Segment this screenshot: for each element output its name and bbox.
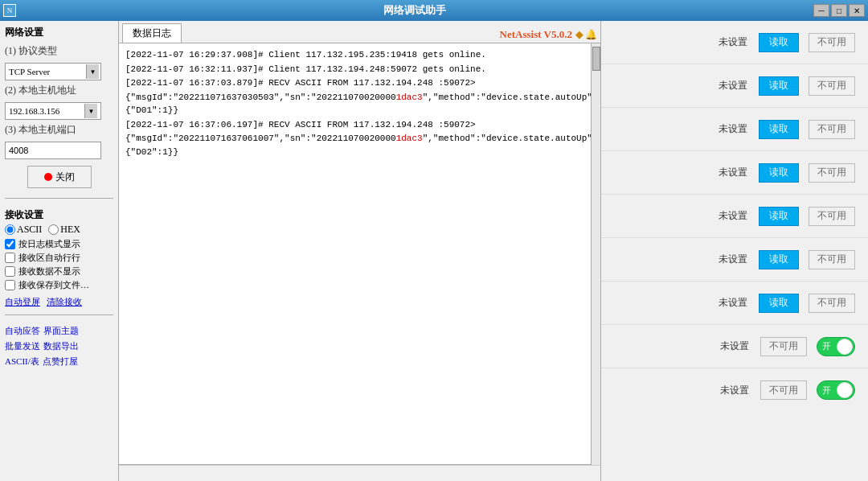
right-row-4: 未设置 读取 不可用: [601, 151, 868, 195]
row9-unavail-button[interactable]: 不可用: [760, 380, 807, 400]
row5-read-button[interactable]: 读取: [759, 207, 799, 226]
row2-unavail-button[interactable]: 不可用: [809, 76, 855, 96]
row4-unset-label: 未设置: [717, 166, 749, 179]
no-display-row: 接收数据不显示: [5, 265, 113, 278]
scrollbar-track[interactable]: [591, 43, 600, 465]
right-row-7: 未设置 读取 不可用: [601, 282, 868, 325]
log-line-9: {"msgId":"202211071637061007","sn":"2022…: [125, 132, 584, 158]
skin-theme-tab[interactable]: 界面主题: [43, 325, 79, 337]
row3-unavail-button[interactable]: 不可用: [809, 120, 855, 139]
right-row-6: 未设置 读取 不可用: [601, 238, 868, 282]
hex-radio[interactable]: [48, 224, 59, 235]
brand-icons: ◆ 🔔: [575, 29, 597, 41]
batch-send-tab[interactable]: 批量发送: [5, 340, 40, 352]
scrollbar-thumb[interactable]: [592, 47, 600, 71]
row6-unavail-button[interactable]: 不可用: [809, 250, 855, 269]
log-line-8: [2022-11-07 16:37:06.197]# RECV ASCII FR…: [125, 118, 584, 132]
row9-toggle[interactable]: 开: [817, 380, 855, 400]
minimize-button[interactable]: ─: [813, 4, 829, 17]
row5-unset-label: 未设置: [717, 209, 749, 223]
right-panel: 未设置 读取 不可用 未设置 读取 不可用 未设置 读取 不可用 未设置 读取 …: [601, 21, 868, 481]
row9-unset-label: 未设置: [719, 384, 751, 397]
ascii-label: ASCII: [17, 224, 42, 236]
row8-toggle-knob: [837, 339, 853, 355]
port-label: (3) 本地主机端口: [5, 123, 113, 137]
title-bar: N 网络调试助手 ─ □ ✕: [0, 0, 868, 21]
protocol-value: TCP Server: [7, 67, 86, 76]
hex-radio-label[interactable]: HEX: [48, 224, 80, 236]
right-row-9: 未设置 不可用 开: [601, 368, 868, 412]
log-line-5: [2022-11-07 16:37:03.879]# RECV ASCII FR…: [125, 76, 584, 90]
log-line-1: [2022-11-07 16:29:37.908]# Client 117.13…: [125, 48, 584, 62]
row5-unavail-button[interactable]: 不可用: [809, 207, 855, 226]
log-line-3: [2022-11-07 16:32:11.937]# Client 117.13…: [125, 63, 584, 76]
link-row: 自动登屏 清除接收: [5, 296, 113, 308]
right-row-3: 未设置 读取 不可用: [601, 108, 868, 151]
title-bar-controls: ─ □ ✕: [813, 4, 865, 17]
log-content[interactable]: [2022-11-07 16:29:37.908]# Client 117.13…: [119, 43, 591, 465]
right-row-8: 未设置 不可用 开: [601, 325, 868, 368]
row8-unavail-button[interactable]: 不可用: [760, 337, 807, 356]
save-file-checkbox[interactable]: [5, 280, 15, 290]
data-export-tab[interactable]: 数据导出: [43, 340, 79, 352]
right-rows: 未设置 读取 不可用 未设置 读取 不可用 未设置 读取 不可用 未设置 读取 …: [601, 21, 868, 481]
divider: [5, 198, 113, 199]
brand-name: NetAssist V5.0.2: [500, 28, 572, 41]
save-file-label: 接收保存到文件…: [18, 279, 89, 291]
row1-read-button[interactable]: 读取: [759, 33, 799, 52]
divider2: [5, 314, 113, 315]
sidebar: 网络设置 (1) 协议类型 TCP Server ▼ (2) 本地主机地址 19…: [0, 21, 119, 481]
log-mode-row: 按日志模式显示: [5, 238, 113, 250]
right-row-5: 未设置 读取 不可用: [601, 195, 868, 238]
ascii-radio-label[interactable]: ASCII: [5, 224, 42, 236]
data-log-tab[interactable]: 数据日志: [122, 23, 182, 43]
ip-dropdown-icon: ▼: [84, 104, 97, 118]
window-title: 网络调试助手: [16, 3, 813, 18]
row6-read-button[interactable]: 读取: [759, 250, 799, 269]
row3-unset-label: 未设置: [717, 122, 749, 136]
right-row-2: 未设置 读取 不可用: [601, 64, 868, 108]
close-btn-label: 关闭: [55, 171, 75, 184]
ip-value: 192.168.3.156: [9, 106, 59, 116]
ascii-table-tab[interactable]: ASCII/表: [5, 356, 39, 368]
row8-unset-label: 未设置: [719, 339, 751, 353]
row2-read-button[interactable]: 读取: [759, 76, 799, 96]
protocol-dropdown[interactable]: TCP Server ▼: [5, 63, 101, 80]
close-connection-button[interactable]: 关闭: [27, 166, 92, 188]
title-bar-left: N: [3, 4, 16, 17]
dot-matrix-tab[interactable]: 点赞打屋: [43, 356, 78, 368]
row3-read-button[interactable]: 读取: [759, 120, 799, 139]
clear-recv-link[interactable]: 清除接收: [47, 296, 82, 308]
network-settings-title: 网络设置: [5, 26, 113, 39]
status-dot-icon: [44, 173, 52, 181]
ascii-radio[interactable]: [5, 224, 15, 235]
port-input[interactable]: [5, 142, 101, 159]
hex-label: HEX: [60, 224, 80, 236]
protocol-label: (1) 协议类型: [5, 44, 113, 58]
log-bottom-bar: [119, 465, 600, 481]
row7-read-button[interactable]: 读取: [759, 294, 799, 313]
ip-label: (2) 本地主机地址: [5, 84, 113, 97]
row4-unavail-button[interactable]: 不可用: [809, 163, 855, 183]
row4-read-button[interactable]: 读取: [759, 163, 799, 183]
row8-toggle[interactable]: 开: [817, 337, 855, 356]
center-panel: 数据日志 NetAssist V5.0.2 ◆ 🔔 [2022-11-07 16…: [119, 21, 601, 481]
auto-reply-tab[interactable]: 自动应答: [5, 325, 40, 337]
row7-unavail-button[interactable]: 不可用: [809, 294, 855, 313]
main-container: 网络设置 (1) 协议类型 TCP Server ▼ (2) 本地主机地址 19…: [0, 21, 868, 481]
maximize-button[interactable]: □: [831, 4, 847, 17]
ip-input[interactable]: 192.168.3.156 ▼: [5, 102, 101, 120]
row1-unavail-button[interactable]: 不可用: [809, 33, 855, 52]
bottom-tabs: 自动应答 界面主题 批量发送 数据导出 ASCII/表 点赞打屋: [5, 325, 113, 368]
row8-toggle-label: 开: [822, 340, 831, 352]
no-display-checkbox[interactable]: [5, 266, 15, 277]
log-with-scroll: [2022-11-07 16:29:37.908]# Client 117.13…: [119, 43, 600, 465]
bell-icon: 🔔: [585, 29, 597, 41]
log-mode-checkbox[interactable]: [5, 239, 15, 249]
close-button[interactable]: ✕: [849, 4, 865, 17]
no-display-label: 接收数据不显示: [18, 265, 80, 278]
auto-execute-checkbox[interactable]: [5, 253, 15, 263]
auto-screen-link[interactable]: 自动登屏: [5, 296, 40, 308]
log-mode-label: 按日志模式显示: [18, 238, 80, 250]
auto-execute-label: 接收区自动行行: [18, 252, 80, 264]
